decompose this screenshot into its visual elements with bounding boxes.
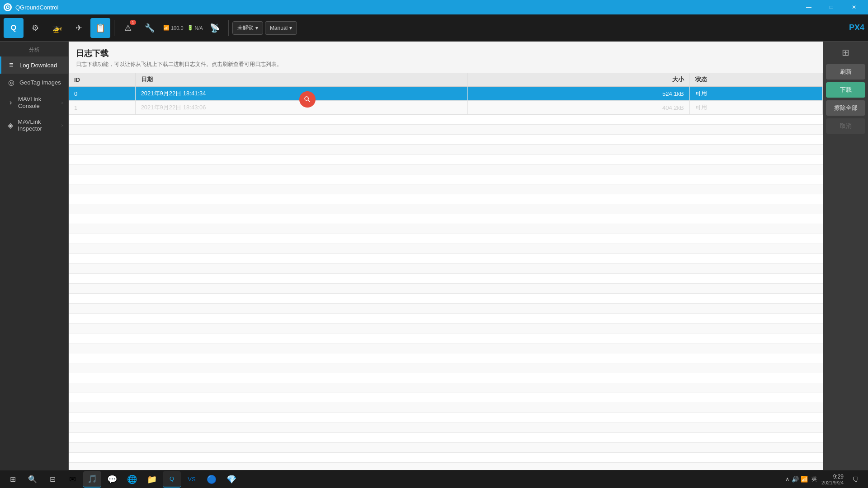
- cell-status-1: 可用: [689, 101, 822, 115]
- mode-arrow: ▾: [289, 25, 292, 31]
- cancel-button[interactable]: 取消: [826, 118, 865, 134]
- unlock-arrow: ▾: [255, 25, 258, 31]
- start-button[interactable]: ⊞: [4, 471, 22, 488]
- empty-row: [69, 453, 823, 463]
- app-logo-icon: [5, 4, 11, 10]
- empty-row: [69, 363, 823, 373]
- tray-lang: 英: [810, 474, 819, 484]
- empty-row: [69, 463, 823, 470]
- empty-row: [69, 393, 823, 403]
- empty-row: [69, 443, 823, 453]
- task-view-button[interactable]: ⊟: [43, 471, 61, 488]
- search-icon: [303, 95, 311, 103]
- empty-row: [69, 333, 823, 343]
- col-id: ID: [69, 73, 135, 87]
- unlock-dropdown[interactable]: 未解锁 ▾: [232, 21, 263, 35]
- title-bar-controls: — □ ✕: [798, 0, 864, 14]
- empty-row: [69, 343, 823, 353]
- tools-button[interactable]: 🔧: [140, 18, 160, 38]
- taskbar-app-wechat[interactable]: 💬: [103, 471, 121, 488]
- empty-row: [69, 373, 823, 383]
- refresh-button[interactable]: 刷新: [826, 64, 865, 80]
- taskbar-right: ∧ 🔊 📶 英 9:29 2021/9/24 🗨: [785, 471, 864, 488]
- search-float-button[interactable]: [299, 91, 316, 108]
- settings-button[interactable]: ⚙: [25, 18, 45, 38]
- tray-speaker: 🔊: [792, 476, 799, 483]
- table-row[interactable]: 1 2021年9月22日 18:43:06 404.2kB 可用: [69, 101, 823, 115]
- sidebar-item-geotag-images[interactable]: ◎ GeoTag Images: [0, 74, 68, 91]
- mavlink-console-arrow: ›: [61, 100, 63, 105]
- notification-button[interactable]: 🗨: [846, 471, 864, 488]
- app-title: QGroundControl: [15, 4, 58, 11]
- close-button[interactable]: ✕: [844, 0, 864, 14]
- empty-row: [69, 423, 823, 433]
- app-logo: [4, 3, 12, 11]
- empty-row: [69, 214, 823, 224]
- download-button[interactable]: 下载: [826, 82, 865, 98]
- taskbar-clock: 9:29 2021/9/24: [821, 474, 844, 485]
- analyze-button[interactable]: 📋: [90, 18, 110, 38]
- cell-size-0: 524.1kB: [468, 87, 689, 101]
- cell-id-1: 1: [69, 101, 135, 115]
- empty-row: [69, 204, 823, 214]
- taskbar-app-blue[interactable]: 💎: [222, 471, 241, 488]
- battery-icon: 🔋: [187, 25, 193, 31]
- minimize-button[interactable]: —: [798, 0, 819, 14]
- empty-row: [69, 234, 823, 244]
- sidebar-item-mavlink-console[interactable]: › MAVLink Console ›: [0, 91, 68, 114]
- mavlink-console-icon: ›: [7, 99, 14, 107]
- taskbar-app-python[interactable]: 🔵: [203, 471, 221, 488]
- taskbar-app-music[interactable]: 🎵: [83, 471, 101, 488]
- plan-button[interactable]: ✈: [69, 18, 89, 38]
- log-download-icon: ≡: [7, 61, 16, 69]
- table-header-row: ID 日期 大小 状态: [69, 73, 823, 87]
- maximize-button[interactable]: □: [821, 0, 842, 14]
- empty-row: [69, 383, 823, 393]
- content-header: 日志下载 日志下载功能，可以让你从飞机上下载二进制日志文件。点击刷新查看可用日志…: [69, 42, 823, 73]
- empty-row: [69, 353, 823, 363]
- table-row[interactable]: 0 2021年9月22日 18:41:34 524.1kB 可用: [69, 87, 823, 101]
- mode-dropdown[interactable]: Manual ▾: [265, 21, 297, 35]
- taskbar-app-mail[interactable]: ✉: [63, 471, 81, 488]
- empty-row: [69, 264, 823, 274]
- empty-row: [69, 115, 823, 125]
- empty-row: [69, 314, 823, 324]
- signal-icon: 📶: [163, 25, 170, 31]
- empty-row: [69, 244, 823, 254]
- empty-row: [69, 304, 823, 314]
- gps-button[interactable]: 📡: [205, 18, 225, 38]
- content-area: 日志下载 日志下载功能，可以让你从飞机上下载二进制日志文件。点击刷新查看可用日志…: [69, 42, 823, 470]
- sidebar-item-geotag-label: GeoTag Images: [19, 79, 61, 86]
- empty-row: [69, 284, 823, 294]
- toolbar-sep-1: [114, 20, 114, 36]
- warning-button[interactable]: ⚠ 1: [118, 18, 138, 38]
- vehicle-button[interactable]: 🚁: [47, 18, 67, 38]
- clock-time: 9:29: [821, 474, 844, 480]
- system-tray: ∧ 🔊 📶 英: [785, 474, 819, 484]
- empty-row: [69, 155, 823, 164]
- tray-up-arrow: ∧: [785, 476, 790, 483]
- sidebar-item-mavlink-inspector[interactable]: ◈ MAVLink Inspector ›: [0, 114, 68, 136]
- erase-all-button[interactable]: 擦除全部: [826, 100, 865, 116]
- empty-row: [69, 125, 823, 135]
- battery-status: 🔋 N/A: [187, 25, 203, 31]
- toolbar-sep-2: [228, 20, 229, 36]
- empty-row: [69, 184, 823, 194]
- cell-id-0: 0: [69, 87, 135, 101]
- panel-icon-button[interactable]: ⊞: [826, 45, 865, 60]
- page-description: 日志下载功能，可以让你从飞机上下载二进制日志文件。点击刷新查看可用日志列表。: [76, 61, 816, 68]
- empty-row: [69, 164, 823, 174]
- unlock-label: 未解锁: [237, 24, 254, 32]
- page-title: 日志下载: [76, 48, 816, 59]
- main-layout: 分析 ≡ Log Download ◎ GeoTag Images › MAVL…: [0, 42, 868, 470]
- taskbar-app-vscode[interactable]: VS: [183, 471, 201, 488]
- taskbar-search-button[interactable]: 🔍: [24, 471, 42, 488]
- sidebar-item-log-download[interactable]: ≡ Log Download: [0, 56, 68, 74]
- taskbar-app-files[interactable]: 📁: [143, 471, 161, 488]
- taskbar-app-qgc[interactable]: Q: [163, 471, 181, 488]
- right-panel: ⊞ 刷新 下载 擦除全部 取消: [823, 42, 868, 470]
- home-button[interactable]: Q: [4, 18, 24, 38]
- connection-value: 100.0: [171, 25, 184, 31]
- taskbar-app-chrome[interactable]: 🌐: [123, 471, 141, 488]
- empty-row: [69, 274, 823, 284]
